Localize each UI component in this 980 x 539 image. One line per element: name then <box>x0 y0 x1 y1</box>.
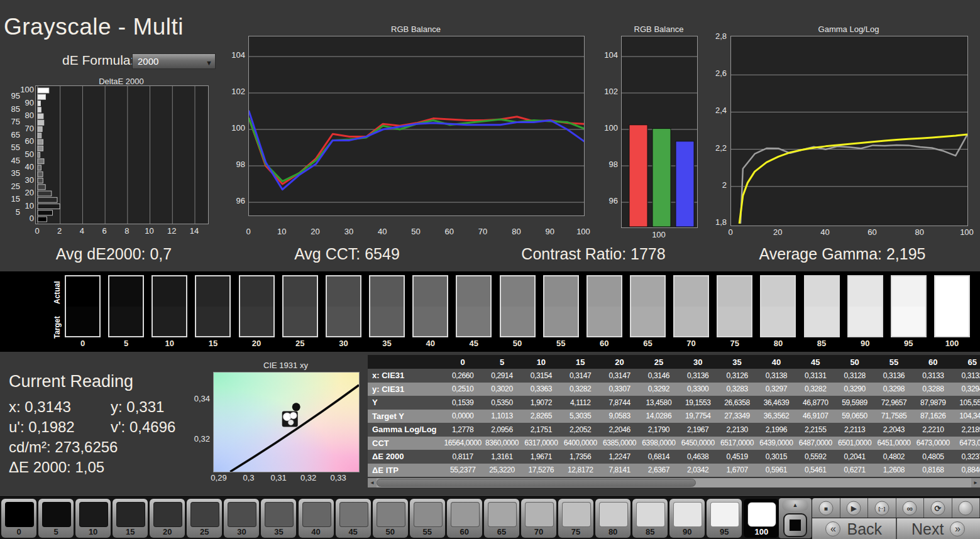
table-cell: 2,1996 <box>757 425 796 434</box>
avg-de-stat: Avg dE2000: 0,7 <box>10 245 217 263</box>
rgb-bar-chart-title: RGB Balance <box>621 24 696 34</box>
pattern-level-button[interactable]: 25 <box>187 499 222 538</box>
rgbline-x-tick: 20 <box>307 227 324 236</box>
play-button[interactable]: ▶ <box>840 498 869 518</box>
table-cell: 71,7585 <box>874 411 913 420</box>
grayscale-swatch-label: 60 <box>586 339 622 348</box>
pattern-level-button[interactable]: 0 <box>1 499 36 538</box>
cie-y-tick: 0,32 <box>189 434 210 444</box>
grayscale-swatch-label: 10 <box>151 339 187 348</box>
gamma-x-tick: 100 <box>958 227 976 237</box>
table-scrollbar[interactable]: ◄ ► <box>368 478 980 487</box>
pattern-level-button[interactable]: 40 <box>299 499 334 538</box>
table-column-header: 45 <box>796 357 835 367</box>
pattern-level-button[interactable]: 15 <box>113 499 148 538</box>
table-cell: 59,0650 <box>835 411 874 420</box>
stop-button[interactable]: ■ <box>812 498 840 518</box>
pattern-level-button[interactable]: 65 <box>484 499 519 538</box>
pattern-level-button[interactable]: 70 <box>521 499 556 538</box>
table-cell: 6398,0000 <box>639 438 678 447</box>
up-arrow-button[interactable]: ▲ <box>782 500 808 511</box>
table-cell: 0,3282 <box>796 384 835 393</box>
target-swatch-half <box>849 307 882 337</box>
table-column-header: 15 <box>561 357 600 367</box>
actual-swatch-half <box>284 276 317 307</box>
reading-y: y: 0,331 <box>111 398 164 416</box>
table-cell: 0,3126 <box>717 371 756 380</box>
next-button[interactable]: Next » <box>897 518 980 539</box>
pattern-level-button[interactable]: 95 <box>707 499 742 538</box>
pattern-button-label: 40 <box>299 527 334 536</box>
marker-button[interactable]: [··] <box>868 498 896 518</box>
actual-swatch-half <box>674 276 708 307</box>
scroll-right-icon[interactable]: ► <box>971 478 980 487</box>
pattern-button-label: 15 <box>113 527 148 536</box>
table-row: ΔE 20000,81171,31611,96711,73561,22470,6… <box>368 450 980 464</box>
pattern-level-button[interactable]: 85 <box>632 499 668 538</box>
table-cell: 36,4639 <box>757 398 796 407</box>
pattern-level-button[interactable]: 90 <box>669 499 705 538</box>
pattern-level-button[interactable]: 50 <box>373 499 408 538</box>
refresh-button[interactable]: ⟳ <box>924 498 952 518</box>
gamma-y-tick: 2 <box>704 180 727 190</box>
pattern-level-button[interactable]: 30 <box>224 499 259 538</box>
table-cell: 0,3288 <box>913 384 952 393</box>
target-swatch-half <box>544 307 578 337</box>
actual-swatch-half <box>109 276 143 307</box>
pattern-level-button[interactable]: 55 <box>410 499 445 538</box>
table-cell: 87,1626 <box>913 411 952 420</box>
de-formula-dropdown[interactable]: 2000 ▼ <box>132 53 216 69</box>
rgb-balance-bars <box>622 36 697 227</box>
contrast-ratio-stat: Contrast Ratio: 1778 <box>470 245 717 263</box>
pattern-level-button[interactable]: 80 <box>595 499 630 538</box>
avg-gamma-stat: Average Gamma: 2,195 <box>718 245 967 263</box>
pattern-level-button[interactable]: 10 <box>75 499 111 538</box>
pattern-button-label: 85 <box>632 527 668 536</box>
deltae-chart <box>35 85 209 224</box>
grayscale-swatch-label: 65 <box>630 339 666 348</box>
pattern-level-button[interactable]: 35 <box>261 499 296 538</box>
back-button[interactable]: « Back <box>812 518 897 539</box>
pattern-level-button[interactable]: 60 <box>447 499 482 538</box>
target-swatch-half <box>588 307 621 337</box>
pattern-button-label: 90 <box>669 527 705 536</box>
target-swatch-half <box>631 307 664 337</box>
table-cell: 2,1790 <box>639 425 678 434</box>
grayscale-swatch <box>543 275 579 337</box>
grayscale-swatch <box>326 275 361 337</box>
cie-x-tick: 0,33 <box>328 473 348 482</box>
infinity-button[interactable]: ∞ <box>896 498 925 518</box>
table-cell: 2,8265 <box>522 411 561 420</box>
play-icon: ▶ <box>847 501 861 515</box>
pattern-button-label: 100 <box>744 527 779 536</box>
table-cell: 2,0342 <box>678 466 717 474</box>
scroll-left-icon[interactable]: ◄ <box>368 478 377 487</box>
rgbline-x-tick: 80 <box>507 227 525 236</box>
pattern-level-button[interactable]: 20 <box>150 499 185 538</box>
rgb-balance-bar-chart <box>621 36 698 228</box>
pattern-window-button[interactable] <box>783 513 807 537</box>
gamma-y-tick: 2,2 <box>704 143 727 153</box>
blank-button[interactable] <box>952 498 980 518</box>
table-cell: 0,3237 <box>952 452 980 461</box>
table-cell: 2,2130 <box>717 425 756 434</box>
scrollbar-thumb[interactable] <box>377 479 696 487</box>
reading-deltae: ΔE 2000: 1,05 <box>9 459 104 476</box>
table-cell: 0,4519 <box>717 452 756 461</box>
transport-toolbar: ■▶[··]∞⟳ <box>812 498 980 518</box>
target-swatch-half <box>674 307 708 337</box>
pattern-level-button[interactable]: 5 <box>38 499 74 538</box>
grayscale-swatch <box>195 275 231 337</box>
grayscale-swatch-label: 90 <box>847 339 883 348</box>
pattern-swatch <box>116 502 145 527</box>
table-row-label: CCT <box>368 438 443 448</box>
target-swatch-half <box>805 307 839 337</box>
table-row-label: Target Y <box>368 411 443 421</box>
table-cell: 6487,0000 <box>796 438 835 447</box>
pattern-level-button[interactable]: 45 <box>336 499 371 538</box>
pattern-level-button[interactable]: 100 <box>744 499 779 538</box>
grayscale-swatch <box>717 275 752 337</box>
pattern-level-button[interactable]: 75 <box>558 499 593 538</box>
pattern-swatch <box>190 502 219 527</box>
table-cell: 0,2914 <box>482 371 521 380</box>
